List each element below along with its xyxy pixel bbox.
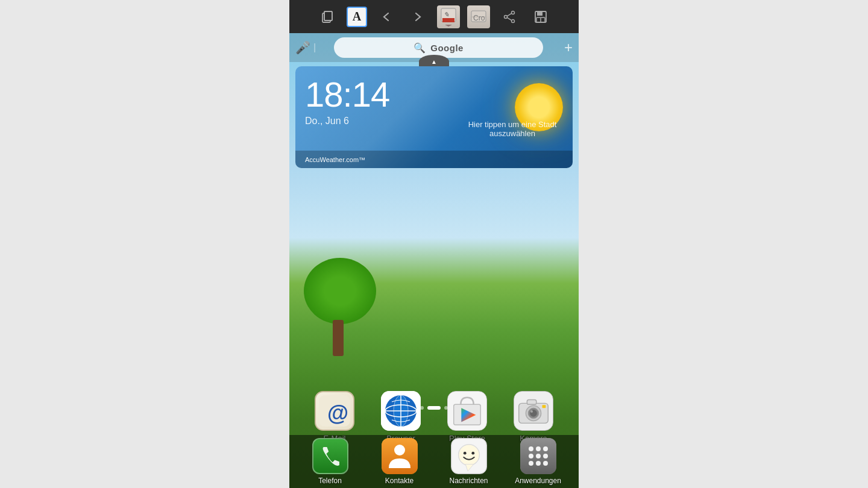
nachrichten-icon	[451, 438, 487, 474]
mic-icon: 🎤	[295, 40, 310, 55]
anwendungen-icon	[520, 438, 556, 474]
svg-point-12	[512, 11, 515, 14]
search-icon: 🔍	[414, 42, 426, 54]
svg-point-13	[512, 19, 515, 22]
phone-screen: 🎤 | 🔍 Google ▲ + 18:14 Do., Jun 6 Hier t…	[289, 33, 579, 488]
svg-marker-6	[445, 25, 452, 27]
nachrichten-label: Nachrichten	[449, 477, 488, 485]
accuweather-logo: AccuWeather.com™	[305, 155, 365, 164]
kontakte-label: Kontakte	[385, 477, 414, 485]
telefon-label: Telefon	[318, 477, 342, 485]
svg-text:Cro: Cro	[473, 14, 485, 22]
svg-line-15	[507, 13, 512, 16]
svg-rect-1	[324, 11, 332, 20]
weather-date: Do., Jun 6	[305, 116, 389, 127]
phone-container: A ✎	[289, 0, 579, 488]
tree-trunk	[333, 320, 344, 356]
accuweather-text: AccuWeather	[305, 156, 344, 163]
page-dot-1[interactable]	[420, 406, 424, 410]
toolbar: A ✎	[289, 0, 579, 33]
svg-point-50	[536, 446, 541, 451]
accuweather-suffix: .com™	[344, 156, 365, 163]
svg-point-49	[529, 446, 533, 451]
nachrichten-dock-item[interactable]: Nachrichten	[442, 438, 495, 485]
svg-point-45	[463, 452, 466, 455]
copy-button[interactable]	[315, 5, 339, 29]
text-icon: A	[353, 10, 361, 23]
playstore-icon	[447, 391, 487, 431]
svg-text:@: @	[327, 401, 348, 425]
text-button[interactable]: A	[347, 7, 367, 27]
telefon-icon	[312, 438, 348, 474]
page-dot-3[interactable]	[444, 406, 448, 410]
weather-right: Hier tippen um eine Stadt auszuwählen	[515, 77, 563, 131]
svg-point-56	[536, 461, 541, 466]
kontakte-dock-item[interactable]: Kontakte	[373, 438, 426, 485]
status-bar: 🎤 | 🔍 Google ▲ +	[289, 33, 579, 62]
svg-rect-38	[527, 400, 536, 405]
weather-time: 18:14	[305, 77, 389, 112]
svg-rect-39	[542, 405, 546, 408]
anwendungen-dock-item[interactable]: Anwendungen	[512, 438, 565, 485]
svg-line-16	[507, 17, 512, 20]
weather-main: 18:14 Do., Jun 6 Hier tippen um eine Sta…	[295, 66, 573, 151]
svg-point-37	[530, 410, 533, 413]
dock: Telefon	[289, 435, 579, 488]
forward-button[interactable]	[406, 5, 430, 29]
svg-rect-41	[382, 438, 418, 474]
svg-point-42	[394, 445, 405, 455]
telefon-dock-item[interactable]: Telefon	[304, 438, 357, 485]
kamera-icon	[514, 391, 553, 431]
pen-button[interactable]: ✎	[437, 5, 460, 28]
separator: |	[313, 42, 316, 53]
collapse-arrow: ▲	[431, 58, 437, 65]
svg-point-57	[543, 461, 548, 466]
weather-widget[interactable]: 18:14 Do., Jun 6 Hier tippen um eine Sta…	[295, 66, 573, 168]
svg-rect-18	[537, 11, 542, 16]
weather-left: 18:14 Do., Jun 6	[305, 77, 389, 127]
google-text: Google	[430, 43, 464, 53]
eraser-button[interactable]: Cro	[467, 5, 490, 28]
back-button[interactable]	[374, 5, 398, 29]
svg-point-54	[543, 454, 548, 458]
page-dot-2[interactable]	[427, 406, 441, 410]
svg-rect-5	[442, 18, 454, 22]
svg-point-44	[458, 445, 479, 466]
svg-text:✎: ✎	[444, 11, 449, 18]
svg-point-46	[471, 452, 474, 455]
weather-city-prompt[interactable]: Hier tippen um eine Stadt auszuwählen	[458, 117, 567, 141]
kontakte-icon	[382, 438, 418, 474]
svg-rect-40	[313, 439, 347, 473]
tree-top	[304, 258, 376, 324]
save-button[interactable]	[529, 5, 553, 29]
svg-point-51	[543, 446, 548, 451]
share-button[interactable]	[497, 5, 521, 29]
svg-point-52	[529, 454, 533, 458]
email-icon: @	[315, 391, 354, 431]
page-indicator	[420, 406, 448, 410]
weather-footer: AccuWeather.com™	[295, 151, 573, 168]
anwendungen-label: Anwendungen	[515, 477, 561, 485]
svg-point-53	[536, 454, 541, 458]
svg-point-55	[529, 461, 533, 466]
browser-icon	[381, 391, 421, 431]
svg-point-14	[505, 15, 508, 18]
add-widget-button[interactable]: +	[564, 39, 573, 56]
